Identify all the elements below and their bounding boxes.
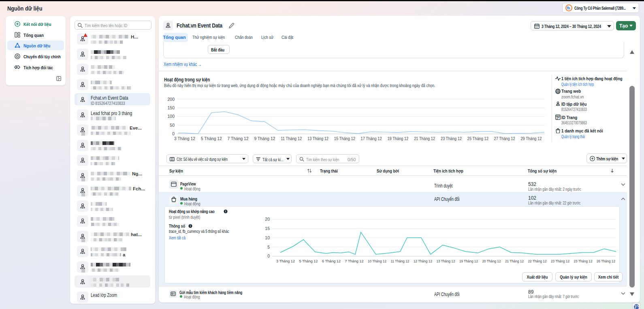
svg-text:3 Tháng 12: 3 Tháng 12 (276, 259, 295, 263)
svg-text:19 Tháng 12: 19 Tháng 12 (387, 136, 408, 141)
svg-text:11 Tháng 12: 11 Tháng 12 (281, 136, 302, 141)
svg-text:10 Tháng 12: 10 Tháng 12 (368, 259, 386, 263)
svg-text:7 Tháng 12: 7 Tháng 12 (345, 259, 364, 263)
svg-text:23 Tháng 12: 23 Tháng 12 (551, 259, 569, 263)
svg-text:27 Tháng 12: 27 Tháng 12 (494, 136, 515, 141)
svg-text:13 Tháng 12: 13 Tháng 12 (307, 136, 328, 141)
svg-text:12 Tháng 12: 12 Tháng 12 (414, 259, 432, 263)
svg-text:50: 50 (170, 123, 175, 128)
svg-text:21 Tháng 12: 21 Tháng 12 (505, 259, 524, 263)
svg-text:20 Tháng 12: 20 Tháng 12 (482, 259, 501, 263)
svg-text:15: 15 (265, 226, 270, 231)
svg-text:26 Tháng 12: 26 Tháng 12 (597, 259, 615, 263)
svg-text:19 Tháng 12: 19 Tháng 12 (459, 259, 478, 263)
svg-text:3 Tháng 12: 3 Tháng 12 (174, 136, 195, 141)
svg-text:5 Tháng 12: 5 Tháng 12 (201, 136, 222, 141)
svg-text:11 Tháng 12: 11 Tháng 12 (391, 259, 409, 263)
svg-text:5: 5 (267, 245, 270, 249)
svg-text:0: 0 (172, 131, 175, 136)
svg-text:0: 0 (267, 254, 270, 258)
svg-text:23 Tháng 12: 23 Tháng 12 (441, 136, 462, 141)
svg-text:17 Tháng 12: 17 Tháng 12 (361, 136, 382, 141)
svg-text:22 Tháng 12: 22 Tháng 12 (528, 259, 547, 263)
svg-text:23 Tháng 12: 23 Tháng 12 (574, 259, 593, 263)
svg-text:29 Tháng 12: 29 Tháng 12 (520, 136, 542, 141)
svg-text:5 Tháng 12: 5 Tháng 12 (299, 259, 318, 263)
svg-text:9 Tháng 12: 9 Tháng 12 (254, 136, 275, 141)
svg-text:150: 150 (167, 105, 175, 110)
svg-text:21 Tháng 12: 21 Tháng 12 (414, 136, 435, 141)
svg-text:13 Tháng 12: 13 Tháng 12 (437, 259, 455, 263)
svg-text:200: 200 (167, 97, 175, 102)
svg-text:15 Tháng 12: 15 Tháng 12 (334, 136, 355, 141)
svg-text:10: 10 (265, 235, 270, 240)
svg-text:6 Tháng 12: 6 Tháng 12 (322, 259, 341, 263)
svg-text:100: 100 (167, 114, 175, 119)
svg-text:20: 20 (265, 217, 270, 222)
svg-text:25 Tháng 12: 25 Tháng 12 (467, 136, 488, 141)
svg-text:7 Tháng 12: 7 Tháng 12 (228, 136, 249, 141)
